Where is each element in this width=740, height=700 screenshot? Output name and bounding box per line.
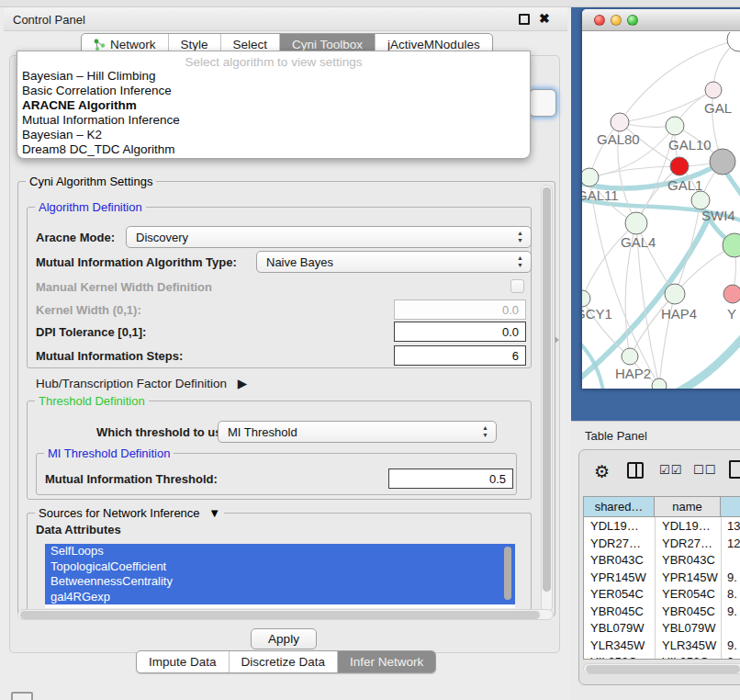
network-node-gal80[interactable]	[611, 113, 629, 131]
network-node[interactable]	[710, 149, 735, 175]
attribute-item[interactable]: TopologicalCoefficient	[45, 559, 515, 575]
list-scrollbar-thumb[interactable]	[504, 547, 511, 600]
table-cell[interactable]: YIL052C	[662, 655, 709, 660]
column-header-shared[interactable]: shared…	[584, 497, 655, 517]
attribute-item[interactable]: gal4RGexp	[45, 590, 515, 605]
document-icon[interactable]	[729, 460, 740, 479]
algorithm-option[interactable]: Bayesian – Hill Climbing	[17, 69, 530, 84]
settings-hscroll-thumb[interactable]	[20, 611, 540, 619]
algorithm-option[interactable]: Dream8 DC_TDC Algorithm	[17, 142, 530, 157]
table-cell[interactable]: YBL079W	[662, 621, 716, 635]
table-horizontal-scrollbar[interactable]	[583, 663, 740, 674]
table-cell[interactable]: YER054C	[590, 587, 644, 601]
control-panel-titlebar: Control Panel ✖	[4, 7, 567, 31]
attribute-item[interactable]: SelfLoops	[45, 544, 515, 559]
docked-panel-icon[interactable]	[11, 692, 33, 700]
table-cell[interactable]: 9.	[727, 638, 737, 652]
table-cell[interactable]: 9.	[727, 604, 737, 618]
mi-threshold-field[interactable]: 0.5	[388, 469, 513, 489]
network-node-gal1[interactable]	[670, 157, 689, 175]
settings-horizontal-scrollbar[interactable]	[17, 609, 554, 620]
network-node-swi4[interactable]	[691, 191, 710, 209]
table-cell[interactable]: YLR345W	[590, 638, 645, 652]
table-cell[interactable]: YDL19…	[590, 519, 639, 533]
tab-impute-data[interactable]: Impute Data	[137, 651, 230, 672]
close-icon[interactable]: ✖	[539, 11, 550, 26]
close-traffic-light[interactable]	[594, 15, 605, 26]
algorithm-option[interactable]: ARACNE Algorithm	[17, 98, 530, 113]
manual-kernel-width-checkbox[interactable]	[510, 279, 524, 293]
table-cell[interactable]: YPR145W	[590, 570, 646, 584]
node-table[interactable]: shared…nameYDL19…YDL19…13YDR27…YDR27…12Y…	[583, 496, 740, 660]
table-cell[interactable]: 8.	[727, 587, 737, 601]
algorithm-option[interactable]: Basic Correlation Inference	[17, 84, 530, 98]
network-node-hap2[interactable]	[622, 348, 638, 365]
network-node-y[interactable]	[723, 285, 740, 303]
table-cell[interactable]: 9.	[727, 570, 737, 584]
network-node-gal11[interactable]	[582, 168, 599, 186]
node-label: GAL	[704, 100, 732, 116]
apply-button-label: Apply	[268, 632, 299, 646]
table-cell[interactable]: YBL079W	[590, 621, 645, 635]
aracne-mode-combo[interactable]: Discovery ▲▼	[126, 226, 532, 248]
gear-icon[interactable]: ⚙	[594, 461, 610, 482]
network-node-gal[interactable]	[705, 82, 722, 98]
algorithm-option[interactable]: Bayesian – K2	[17, 128, 530, 142]
network-node-hap4[interactable]	[665, 284, 685, 304]
settings-vertical-scrollbar[interactable]	[541, 185, 553, 613]
network-edge[interactable]	[620, 90, 713, 122]
zoom-traffic-light[interactable]	[627, 15, 638, 26]
tab-discretize-data[interactable]: Discretize Data	[230, 651, 339, 672]
network-node-gcy1[interactable]	[582, 290, 590, 307]
table-cell[interactable]: 9	[727, 655, 734, 660]
hub-definition-toggle[interactable]: Hub/Transcription Factor Definition ▶	[36, 376, 247, 390]
table-cell[interactable]: YDL19…	[662, 519, 711, 533]
minimize-traffic-light[interactable]	[611, 15, 622, 26]
panel-resize-handle[interactable]	[555, 336, 559, 344]
kernel-width-field[interactable]: 0.0	[394, 299, 526, 320]
network-node[interactable]	[652, 378, 667, 389]
table-cell[interactable]: YBR043C	[590, 553, 644, 567]
column-header-name[interactable]: name	[655, 497, 721, 517]
table-cell[interactable]: YDR27…	[662, 536, 712, 550]
collapse-arrow-icon[interactable]: ▼	[208, 506, 220, 520]
float-window-icon[interactable]	[519, 14, 530, 25]
node-label: GAL10	[668, 137, 712, 152]
select-all-icon[interactable]: ☑☑	[659, 463, 682, 477]
network-edge[interactable]	[672, 328, 740, 389]
table-cell[interactable]: YBR045C	[590, 604, 644, 618]
table-cell[interactable]: YDR27…	[590, 536, 641, 550]
mi-algorithm-type-combo[interactable]: Naive Bayes ▲▼	[256, 251, 532, 273]
table-cell[interactable]: 13	[727, 519, 740, 533]
split-view-icon[interactable]	[627, 462, 644, 479]
network-node-gal10[interactable]	[666, 117, 684, 135]
mi-threshold-value: 0.5	[489, 472, 506, 486]
network-window-titlebar[interactable]	[582, 9, 740, 31]
mi-steps-field[interactable]: 6	[394, 345, 526, 366]
data-attributes-list[interactable]: SelfLoopsTopologicalCoefficientBetweenne…	[45, 544, 515, 608]
table-cell[interactable]: YPR145W	[662, 570, 718, 584]
network-node-gal4[interactable]	[625, 212, 647, 234]
table-cell[interactable]: 12	[727, 536, 740, 550]
dpi-tolerance-field[interactable]: 0.0	[394, 322, 526, 342]
algorithm-option[interactable]: Mutual Information Inference	[17, 113, 530, 128]
table-cell[interactable]: YER054C	[662, 587, 715, 601]
table-hscroll-thumb[interactable]	[586, 665, 740, 673]
obscured-combo-focus-ring[interactable]	[529, 89, 556, 117]
network-canvas[interactable]: GALGAL80GAL10GAL1GAL11SWI4GAL4GCY1HAP4YH…	[582, 32, 740, 389]
column-header[interactable]	[721, 497, 740, 517]
manual-kernel-width-label: Manual Kernel Width Definition	[36, 280, 212, 294]
table-cell[interactable]: YIL052C	[590, 655, 637, 660]
which-threshold-combo[interactable]: MI Threshold ▲▼	[218, 421, 497, 443]
network-edge[interactable]	[582, 340, 604, 389]
network-edge[interactable]	[589, 166, 679, 177]
tab-infer-network[interactable]: Infer Network	[338, 651, 435, 672]
settings-vscroll-thumb[interactable]	[543, 187, 551, 592]
apply-button[interactable]: Apply	[251, 628, 317, 649]
mi-threshold-label: Mutual Information Threshold:	[45, 472, 218, 486]
table-cell[interactable]: YBR045C	[662, 604, 715, 618]
deselect-all-icon[interactable]: ☐☐	[693, 463, 716, 477]
table-cell[interactable]: YBR043C	[662, 553, 715, 567]
table-cell[interactable]: YLR345W	[662, 638, 716, 652]
attribute-item[interactable]: BetweennessCentrality	[45, 574, 515, 590]
